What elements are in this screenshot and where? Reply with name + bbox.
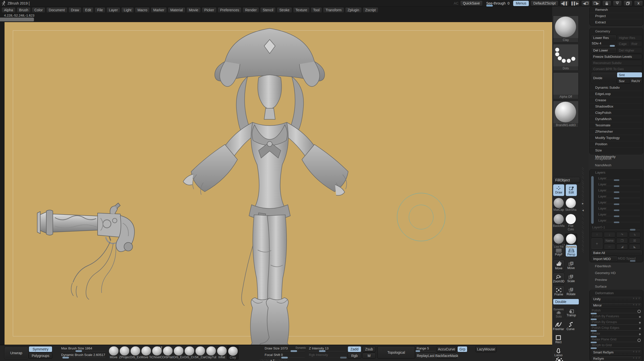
brush-slot[interactable]: Orb_Extr xyxy=(130,346,141,359)
minimize-icon[interactable] xyxy=(613,1,622,6)
material-swatch[interactable]: Flat Colo xyxy=(565,214,577,231)
solo-button[interactable]: Dynamic Solo xyxy=(553,307,565,319)
bake-all-button[interactable]: Bake All xyxy=(591,250,642,255)
layer-up-button[interactable]: ↑ xyxy=(591,232,603,237)
dynamic-draw-size-label[interactable]: Dynamic xyxy=(296,347,306,349)
deformation-slider-row[interactable]: Polish By Features xyxy=(590,314,642,320)
tool-action-row[interactable]: Extract xyxy=(590,19,643,25)
polygroups-button[interactable]: Polygroups xyxy=(29,353,52,359)
material-swatch[interactable]: MatCap xyxy=(553,198,565,212)
deformation-xyz-button[interactable]: Smart ReSym x y z xyxy=(591,349,642,355)
tool-action-row[interactable]: Remesh xyxy=(590,7,643,13)
rgb-intensity-handle[interactable] xyxy=(340,357,347,358)
layer-intensity-handle[interactable] xyxy=(614,222,619,223)
fill-object-button[interactable]: FillObject xyxy=(553,177,580,183)
shrink-right-icon[interactable]: ▌▌▶ xyxy=(571,1,580,6)
menu-item[interactable]: Material xyxy=(168,7,185,13)
brush-slot[interactable]: ClayTub xyxy=(206,346,216,359)
draw-size-handle[interactable] xyxy=(291,350,297,352)
layer-down-button[interactable]: ↓ xyxy=(604,232,615,237)
menu-item[interactable]: Edit xyxy=(83,7,94,13)
layer-redo-button[interactable]: ↷ xyxy=(616,232,628,237)
deformation-slider-row[interactable]: Relax xyxy=(590,331,642,337)
menu-item[interactable]: Texture xyxy=(293,7,310,13)
layer-row[interactable]: Layer xyxy=(590,212,642,218)
deformation-header[interactable]: Deformation xyxy=(590,290,643,295)
geometry-action-row[interactable]: Size xyxy=(590,147,642,153)
layer-row[interactable]: Layer xyxy=(590,218,642,224)
frame-button[interactable]: Frame xyxy=(553,286,565,298)
collapsed-subpalette-header[interactable]: ArrayMesh xyxy=(589,156,643,162)
menu-item[interactable]: Movie xyxy=(186,7,201,13)
deformation-axis-indicator[interactable] xyxy=(637,339,641,342)
sdiv-slider[interactable]: SDiv 4 xyxy=(592,41,601,45)
convert-bpr-button[interactable]: Convert BPR To Geo xyxy=(591,66,642,72)
zadd-toggle[interactable]: Zadd xyxy=(348,346,361,352)
current-layer-handle[interactable] xyxy=(630,229,635,231)
deformation-slider-row[interactable]: Polish xyxy=(590,308,642,314)
sculpt-canvas[interactable] xyxy=(5,22,552,345)
layer-row[interactable]: Layer xyxy=(590,176,642,182)
current-stroke-thumb[interactable]: Dots xyxy=(553,44,579,71)
edit-mode-button[interactable]: Edit xyxy=(566,184,577,196)
rotate-button[interactable]: R Rotate xyxy=(566,286,577,297)
menu-item[interactable]: Draw xyxy=(68,7,82,13)
quicksave-button[interactable]: QuickSave xyxy=(460,1,483,6)
del-lower-button[interactable]: Del Lower xyxy=(591,47,617,53)
delete-layer-icon[interactable]: ☒ xyxy=(629,238,640,243)
import-mdd-button[interactable]: Import MDD xyxy=(591,256,618,262)
suv-toggle[interactable]: Suv xyxy=(617,78,630,84)
collapsed-subpalette-header[interactable]: Preview xyxy=(589,277,643,284)
topological-toggle[interactable]: Topological xyxy=(377,346,415,359)
perspective-button[interactable]: Dynamic Persp xyxy=(566,245,577,257)
layer-intensity-handle[interactable] xyxy=(614,216,619,217)
duplicate-layer-icon[interactable]: ❐ xyxy=(616,238,628,243)
document-tab-bar[interactable] xyxy=(0,18,34,21)
max-brush-size-handle[interactable] xyxy=(75,350,82,352)
lazymouse-button[interactable]: LazyMouse xyxy=(475,346,497,352)
lower-res-button[interactable]: Lower Res xyxy=(591,35,617,40)
deformation-slider-row[interactable]: Polish Crisp Edges xyxy=(590,326,642,331)
geometry-action-row[interactable]: Tessimate xyxy=(590,122,642,128)
split-layer-icon[interactable]: ◦◦ xyxy=(604,244,615,249)
grp-toggle[interactable]: Grp xyxy=(457,346,467,352)
backfacemask-toggle[interactable]: BackfaceMask xyxy=(437,353,457,359)
rstr-button[interactable]: Rstr xyxy=(629,41,642,46)
default-zscript-button[interactable]: DefaultZScript xyxy=(531,1,558,6)
geometry-action-row[interactable]: ZRemesher xyxy=(590,128,642,135)
layer-row[interactable]: Layer xyxy=(590,194,642,200)
menu-item[interactable]: Layer xyxy=(106,7,120,13)
collapsed-subpalette-header[interactable]: NanoMesh xyxy=(589,162,643,169)
menu-item[interactable]: Document xyxy=(46,7,67,13)
restore-icon[interactable] xyxy=(623,1,632,6)
accucurve-toggle[interactable]: AccuCurve xyxy=(437,346,456,352)
range-handle[interactable] xyxy=(416,350,420,352)
brush-slot[interactable]: Clay xyxy=(227,346,238,359)
move-gyro-button[interactable]: M Move xyxy=(566,260,577,271)
cage-button[interactable]: Cage xyxy=(617,41,630,46)
layer-intensity-handle[interactable] xyxy=(614,197,619,199)
geometry-action-row[interactable]: ShadowBox xyxy=(590,103,642,110)
layer-branch-button[interactable]: ↳ xyxy=(629,232,640,237)
see-through-handle[interactable] xyxy=(486,5,493,7)
current-brush-thumb[interactable]: Clay xyxy=(553,16,579,42)
collapsed-subpalette-header[interactable]: Geometry HD xyxy=(589,270,643,277)
focal-shift-handle[interactable] xyxy=(281,357,288,358)
layer-intensity-handle[interactable] xyxy=(614,210,619,211)
menu-item[interactable]: Stroke xyxy=(277,7,292,13)
deformation-xyz-button[interactable]: ReSym x y z xyxy=(591,356,642,361)
deformation-axis-indicator[interactable] xyxy=(639,327,641,329)
reuv-button[interactable]: ReUV xyxy=(629,78,642,84)
brush-slot[interactable]: Move To xyxy=(141,346,151,359)
divide-button[interactable]: Divide xyxy=(591,72,618,84)
move-panel-right-icon[interactable]: ❐▶ xyxy=(592,1,601,6)
brush-slot[interactable]: OrbFlatt xyxy=(162,346,173,359)
current-material-thumb[interactable]: BrandM1-edit3 xyxy=(553,101,579,128)
menu-item[interactable]: Marker xyxy=(151,7,167,13)
draw-size-slider[interactable]: Draw Size 1073 xyxy=(265,346,288,350)
geometry-action-row[interactable]: Modify Topology xyxy=(590,135,642,141)
scale-button[interactable]: S Scale xyxy=(566,273,577,284)
layer-row[interactable]: Layer xyxy=(590,200,642,206)
freehand-stroke-button[interactable]: FreeHar xyxy=(553,321,564,332)
brush-slot[interactable]: Inflat xyxy=(216,346,227,359)
